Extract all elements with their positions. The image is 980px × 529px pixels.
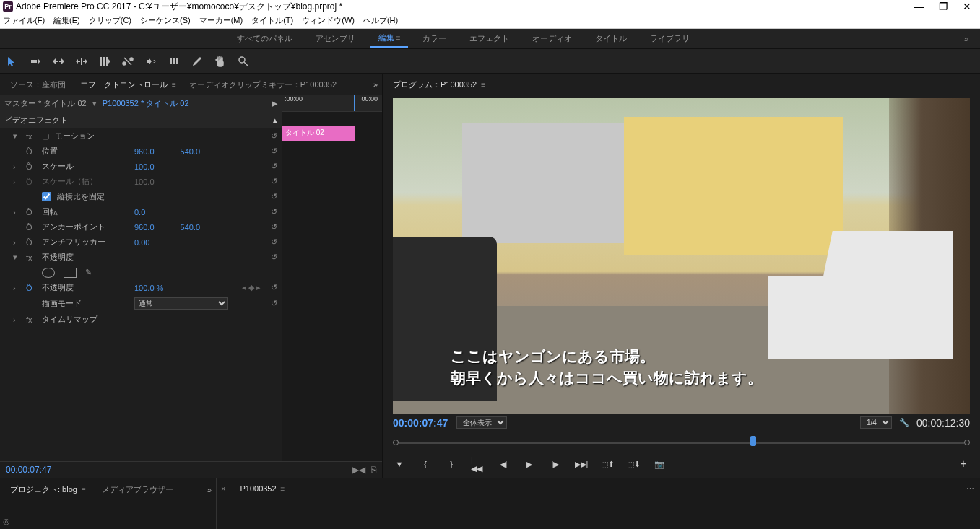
- stopwatch-icon[interactable]: Õ: [26, 162, 36, 171]
- chevron-right-icon[interactable]: ›: [13, 284, 20, 292]
- play-icon[interactable]: ▶: [272, 99, 277, 108]
- menu-marker[interactable]: マーカー(M): [199, 15, 243, 26]
- playhead-icon[interactable]: [355, 112, 355, 461]
- export-frame-icon[interactable]: 📷: [653, 458, 666, 471]
- ws-all-panels[interactable]: すべてのパネル: [228, 30, 301, 47]
- fit-select[interactable]: 全体表示: [456, 416, 507, 429]
- tab-sequence[interactable]: P1000352 ≡: [234, 481, 289, 496]
- reset-icon[interactable]: ↺: [271, 147, 277, 156]
- mini-playhead-icon[interactable]: [354, 95, 355, 111]
- tab-media-browser[interactable]: メディアブラウザー: [96, 481, 179, 498]
- timeremap-label[interactable]: タイムリマップ: [42, 314, 129, 325]
- menu-help[interactable]: ヘルプ(H): [363, 15, 398, 26]
- slide-tool-icon[interactable]: [168, 55, 181, 68]
- ws-library[interactable]: ライブラリ: [641, 30, 698, 47]
- tab-program[interactable]: プログラム：P1000352 ≡: [387, 76, 490, 93]
- panel-overflow-button[interactable]: »: [373, 80, 378, 89]
- mark-in-icon[interactable]: ▼: [393, 458, 406, 471]
- anchor-y-value[interactable]: 540.0: [181, 223, 201, 232]
- export-frame-icon[interactable]: ⎘: [371, 465, 376, 475]
- resolution-select[interactable]: 1/4: [860, 416, 892, 429]
- collapse-icon[interactable]: ▴: [273, 115, 277, 125]
- rate-stretch-tool-icon[interactable]: [98, 55, 111, 68]
- ws-title[interactable]: タイトル: [586, 30, 636, 47]
- program-video-view[interactable]: ここはヤンゴンにある市場。 朝早くから人々はココへ買い物に訪れます。: [393, 98, 970, 414]
- loop-icon[interactable]: ▶◀: [352, 465, 365, 475]
- hand-tool-icon[interactable]: [214, 55, 227, 68]
- selection-tool-icon[interactable]: [6, 55, 19, 68]
- pen-mask-icon[interactable]: ✎: [85, 268, 92, 277]
- hamburger-icon[interactable]: ≡: [82, 486, 84, 494]
- pen-tool-icon[interactable]: [191, 55, 204, 68]
- minimize-button[interactable]: —: [914, 1, 924, 12]
- close-button[interactable]: ✕: [963, 1, 971, 12]
- wrench-icon[interactable]: 🔧: [899, 418, 909, 427]
- ws-effects[interactable]: エフェクト: [461, 30, 518, 47]
- panel-overflow-button[interactable]: »: [207, 486, 212, 494]
- tab-project[interactable]: プロジェクト: blog ≡: [4, 481, 90, 498]
- sequence-clip-link[interactable]: P1000352 * タイトル 02: [103, 98, 189, 109]
- step-forward-icon[interactable]: |▶: [549, 458, 562, 471]
- mark-clip-icon[interactable]: }: [445, 458, 458, 471]
- menu-edit[interactable]: 編集(E): [53, 15, 80, 26]
- slip-tool-icon[interactable]: [144, 55, 157, 68]
- reset-icon[interactable]: ↺: [271, 131, 277, 141]
- chevron-right-icon[interactable]: ›: [13, 208, 20, 217]
- program-scrubber[interactable]: [393, 434, 970, 450]
- menu-sequence[interactable]: シーケンス(S): [140, 15, 191, 26]
- rect-mask-icon[interactable]: [64, 268, 77, 278]
- fx-target-icon[interactable]: ▢: [42, 131, 49, 141]
- reset-icon[interactable]: ↺: [271, 192, 277, 201]
- anchor-x-value[interactable]: 960.0: [134, 223, 155, 232]
- maximize-button[interactable]: ❐: [939, 1, 948, 12]
- menu-title[interactable]: タイトル(T): [251, 15, 293, 26]
- chevron-right-icon[interactable]: ›: [13, 315, 20, 324]
- fx-badge-icon[interactable]: fx: [26, 253, 36, 262]
- rotation-value[interactable]: 0.0: [134, 208, 145, 217]
- tab-audio-clip-mixer[interactable]: オーディオクリップミキサー：P1000352: [183, 76, 342, 93]
- ws-editing[interactable]: 編集 ≡: [370, 30, 408, 48]
- mark-out-icon[interactable]: {: [419, 458, 432, 471]
- opacity-value[interactable]: 100.0 %: [134, 284, 163, 292]
- motion-label[interactable]: モーション: [55, 131, 142, 141]
- chevron-right-icon[interactable]: ›: [13, 238, 20, 247]
- mini-timeline-ruler[interactable]: :00:00 00:00: [282, 95, 382, 112]
- cc-libraries-icon[interactable]: ◎: [3, 517, 10, 525]
- ws-overflow-button[interactable]: »: [958, 35, 974, 43]
- stopwatch-icon[interactable]: Õ: [26, 208, 36, 217]
- tab-effect-controls[interactable]: エフェクトコントロール ≡: [74, 76, 181, 93]
- menu-file[interactable]: ファイル(F): [3, 15, 45, 26]
- chevron-right-icon[interactable]: ›: [13, 162, 20, 171]
- fx-badge-icon[interactable]: fx: [26, 315, 36, 324]
- menu-window[interactable]: ウィンドウ(W): [302, 15, 355, 26]
- reset-icon[interactable]: ↺: [271, 222, 277, 232]
- opacity-label[interactable]: 不透明度: [42, 252, 129, 263]
- go-to-out-icon[interactable]: ▶▶|: [575, 458, 588, 471]
- chevron-down-icon[interactable]: ▾: [13, 131, 20, 141]
- ripple-edit-tool-icon[interactable]: [52, 55, 65, 68]
- play-icon[interactable]: ▶: [523, 458, 536, 471]
- lift-icon[interactable]: ⬚⬆: [601, 458, 614, 471]
- uniform-scale-checkbox[interactable]: [42, 192, 51, 201]
- tab-source[interactable]: ソース：座布団: [4, 76, 71, 93]
- panel-menu-icon[interactable]: ⋯: [966, 484, 976, 494]
- fx-badge-icon[interactable]: fx: [26, 132, 36, 141]
- timeline-clip[interactable]: タイトル 02: [282, 126, 355, 141]
- stopwatch-icon[interactable]: Õ: [26, 223, 36, 232]
- position-x-value[interactable]: 960.0: [134, 147, 155, 156]
- position-y-value[interactable]: 540.0: [181, 147, 201, 156]
- stopwatch-active-icon[interactable]: Õ: [26, 284, 36, 292]
- program-timecode[interactable]: 00:00:07:47: [393, 417, 448, 429]
- stopwatch-icon[interactable]: Õ: [26, 147, 36, 156]
- razor-tool-icon[interactable]: [121, 55, 134, 68]
- reset-icon[interactable]: ↺: [271, 283, 277, 292]
- zoom-tool-icon[interactable]: [237, 55, 250, 68]
- close-tab-icon[interactable]: ×: [221, 484, 225, 493]
- reset-icon[interactable]: ↺: [271, 162, 277, 171]
- extract-icon[interactable]: ⬚⬇: [627, 458, 640, 471]
- keyframe-area[interactable]: タイトル 02: [282, 112, 382, 461]
- reset-icon[interactable]: ↺: [271, 253, 277, 262]
- track-select-tool-icon[interactable]: [29, 55, 42, 68]
- add-button-icon[interactable]: +: [957, 458, 970, 471]
- ellipse-mask-icon[interactable]: [42, 268, 55, 278]
